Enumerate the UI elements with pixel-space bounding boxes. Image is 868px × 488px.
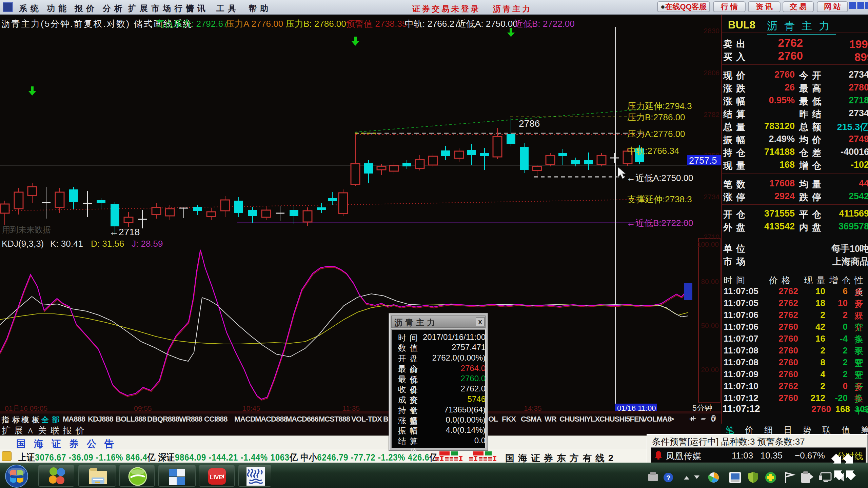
svg-text:2734: 2734 xyxy=(704,193,719,201)
svg-text:20.00: 20.00 xyxy=(701,366,719,373)
svg-text:2782: 2782 xyxy=(704,110,719,118)
svg-text:80.00: 80.00 xyxy=(701,278,719,285)
svg-text:压力A:2776.00: 压力A:2776.00 xyxy=(627,129,685,139)
svg-text:中轨:2766.34: 中轨:2766.34 xyxy=(627,146,679,156)
svg-text:KDJ(9,3,3): KDJ(9,3,3) xyxy=(2,239,44,249)
svg-text:2786: 2786 xyxy=(519,118,540,129)
svg-text:2830: 2830 xyxy=(704,27,719,35)
svg-text:2710: 2710 xyxy=(704,233,719,241)
svg-text:2757.5: 2757.5 xyxy=(689,156,717,166)
svg-text:K: 30.41: K: 30.41 xyxy=(50,239,83,249)
svg-text:←近低A:2750.00: ←近低A:2750.00 xyxy=(627,173,693,183)
svg-text:?: ? xyxy=(666,474,670,482)
svg-text:50.00: 50.00 xyxy=(701,322,719,329)
svg-text:J: 28.59: J: 28.59 xyxy=(132,239,163,249)
svg-text:←2718: ←2718 xyxy=(109,227,140,237)
svg-text:100.00: 100.00 xyxy=(697,240,719,248)
svg-text:D: 31.56: D: 31.56 xyxy=(91,239,124,249)
svg-text:用到未来数据: 用到未来数据 xyxy=(2,225,51,234)
svg-text:2806: 2806 xyxy=(704,69,719,77)
svg-text:支撑延伸:2738.3: 支撑延伸:2738.3 xyxy=(627,194,692,204)
svg-text:压力延伸:2794.3: 压力延伸:2794.3 xyxy=(627,101,692,111)
svg-text:LIVE: LIVE xyxy=(210,474,223,481)
svg-text:←近低B:2722.00: ←近低B:2722.00 xyxy=(627,218,693,228)
svg-text:压力B:2786.00: 压力B:2786.00 xyxy=(627,112,685,122)
